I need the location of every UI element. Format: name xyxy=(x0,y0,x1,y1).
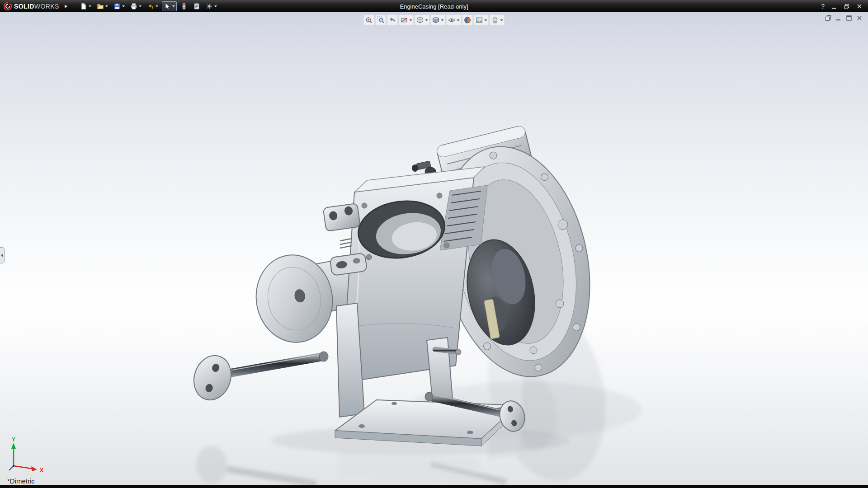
new-document-button[interactable] xyxy=(78,1,93,11)
file-properties-button[interactable] xyxy=(191,1,202,11)
display-style-dropdown-icon[interactable] xyxy=(441,19,444,21)
options-icon xyxy=(206,3,213,10)
doc-restore-button[interactable] xyxy=(825,15,831,21)
floor-reflection xyxy=(196,446,506,485)
minimize-button[interactable] xyxy=(831,3,837,9)
window-controls: ? xyxy=(821,3,868,9)
print-button[interactable] xyxy=(128,1,143,11)
save-dropdown-icon[interactable] xyxy=(122,5,125,7)
menu-flyout-arrow-icon[interactable] xyxy=(65,5,67,8)
edit-appearance-button[interactable] xyxy=(462,15,473,25)
edit-appearance-icon xyxy=(464,16,472,24)
close-button[interactable] xyxy=(856,3,863,9)
new-document-icon xyxy=(80,3,87,10)
solidworks-window: SOLIDWORKS xyxy=(0,0,868,488)
view-orientation-label: *Dimetric xyxy=(7,477,35,485)
display-style-button[interactable] xyxy=(431,15,445,25)
section-view-icon xyxy=(401,16,408,24)
print-icon xyxy=(130,3,137,10)
solidworks-logo-icon xyxy=(4,2,12,10)
doc-close-button[interactable] xyxy=(856,15,863,21)
previous-view-icon xyxy=(389,16,396,24)
select-button[interactable] xyxy=(162,1,177,11)
undo-button[interactable] xyxy=(145,1,160,11)
view-settings-dropdown-icon[interactable] xyxy=(500,19,503,21)
display-style-icon xyxy=(432,16,440,24)
open-icon xyxy=(97,3,104,10)
rebuild-button[interactable] xyxy=(179,1,189,11)
restore-button[interactable] xyxy=(844,3,850,9)
select-dropdown-icon[interactable] xyxy=(172,5,175,7)
solidworks-logo: SOLIDWORKS xyxy=(0,2,59,10)
hide-show-items-dropdown-icon[interactable] xyxy=(457,19,460,21)
document-window-controls xyxy=(825,15,863,21)
standard-toolbar xyxy=(78,1,219,11)
zoom-to-fit-button[interactable] xyxy=(364,15,374,25)
save-button[interactable] xyxy=(112,1,127,11)
rebuild-icon xyxy=(180,3,188,10)
collapse-arrow-icon xyxy=(1,253,3,257)
zoom-to-fit-icon xyxy=(365,16,373,24)
zoom-to-area-icon xyxy=(377,16,385,24)
section-view-dropdown-icon[interactable] xyxy=(410,19,412,21)
options-button[interactable] xyxy=(204,1,219,11)
options-dropdown-icon[interactable] xyxy=(214,5,217,7)
featuremanager-collapsed-tab[interactable] xyxy=(0,247,5,263)
bottom-edge-bar xyxy=(0,485,868,488)
orientation-triad: Y X xyxy=(5,437,47,476)
apply-scene-button[interactable] xyxy=(474,15,489,25)
open-dropdown-icon[interactable] xyxy=(105,5,108,7)
view-settings-button[interactable] xyxy=(490,15,505,25)
apply-scene-icon xyxy=(476,16,483,24)
new-document-dropdown-icon[interactable] xyxy=(89,5,91,7)
help-button[interactable]: ? xyxy=(821,3,825,9)
view-orientation-icon xyxy=(416,16,424,24)
apply-scene-dropdown-icon[interactable] xyxy=(485,19,487,21)
brand-text: SOLIDWORKS xyxy=(14,3,59,10)
heads-up-view-toolbar xyxy=(364,15,505,25)
doc-maximize-button[interactable] xyxy=(846,15,852,21)
file-properties-icon xyxy=(193,3,200,10)
select-cursor-icon xyxy=(164,3,171,10)
triad-y-label: Y xyxy=(12,437,15,443)
engine-casing-3d-model xyxy=(0,12,868,485)
view-settings-icon xyxy=(491,16,499,24)
doc-minimize-button[interactable] xyxy=(835,15,842,21)
view-orientation-button[interactable] xyxy=(415,15,429,25)
hide-show-items-button[interactable] xyxy=(447,15,461,25)
hide-show-items-icon xyxy=(448,16,456,24)
view-orientation-dropdown-icon[interactable] xyxy=(425,19,428,21)
document-title: EngineCasing [Read-only] xyxy=(400,3,468,9)
undo-dropdown-icon[interactable] xyxy=(156,5,158,7)
undo-icon xyxy=(147,3,154,10)
model-reflection-ghost xyxy=(473,291,621,485)
graphics-viewport[interactable]: Y X *Dimetric xyxy=(0,12,868,485)
zoom-to-area-button[interactable] xyxy=(376,15,386,25)
triad-x-label: X xyxy=(40,467,43,474)
print-dropdown-icon[interactable] xyxy=(139,5,142,7)
save-icon xyxy=(113,3,121,10)
open-button[interactable] xyxy=(95,1,110,11)
previous-view-button[interactable] xyxy=(387,15,398,25)
titlebar: SOLIDWORKS xyxy=(0,0,868,12)
section-view-button[interactable] xyxy=(399,15,414,25)
